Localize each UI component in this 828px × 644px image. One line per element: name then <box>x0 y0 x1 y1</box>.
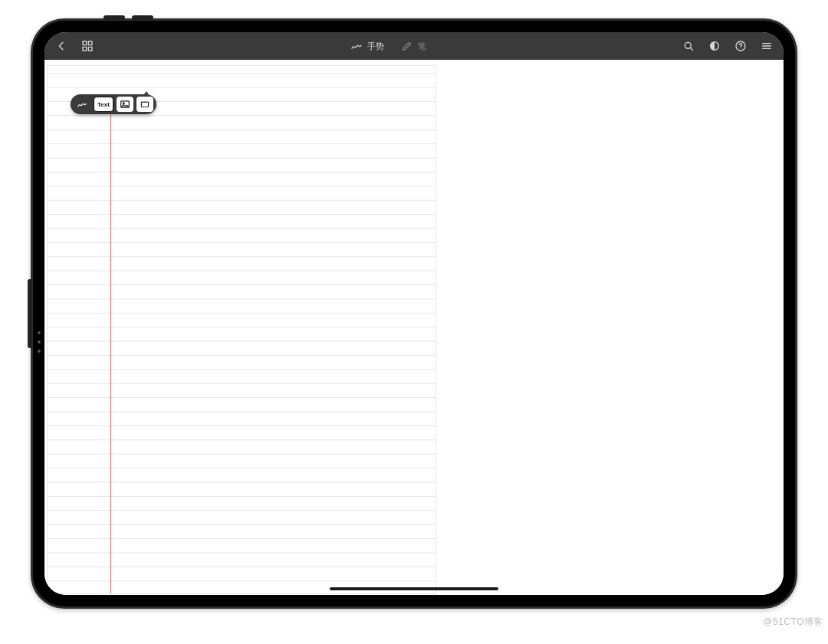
device-frame: 手势 笔 <box>31 18 797 609</box>
mode-pen-label: 笔 <box>418 41 426 52</box>
home-indicator[interactable] <box>330 587 498 590</box>
svg-rect-3 <box>88 47 92 51</box>
mode-gesture[interactable]: 手势 <box>350 40 384 52</box>
hardware-power-button <box>28 279 32 348</box>
hardware-volume-up <box>104 15 125 20</box>
back-icon[interactable] <box>55 40 67 52</box>
tool-text-label: Text <box>97 101 110 108</box>
dark-mode-toggle-icon[interactable] <box>708 40 721 52</box>
menu-icon[interactable] <box>761 40 773 52</box>
app-toolbar: 手势 笔 <box>44 32 784 60</box>
screen: 手势 笔 <box>44 32 784 595</box>
svg-point-8 <box>741 48 741 49</box>
hardware-speaker-dots <box>37 325 41 371</box>
svg-rect-0 <box>83 41 87 45</box>
grid-thumbnails-icon[interactable] <box>81 40 94 52</box>
watermark-text: @51CTO博客 <box>763 616 823 629</box>
hardware-volume-down <box>132 15 153 20</box>
svg-rect-1 <box>88 41 92 45</box>
scribble-icon <box>350 40 363 52</box>
note-page[interactable] <box>48 66 435 593</box>
svg-rect-2 <box>83 47 87 51</box>
tool-image-button[interactable] <box>117 97 133 112</box>
mode-pen[interactable]: 笔 <box>401 40 426 52</box>
svg-point-13 <box>123 103 124 104</box>
workspace[interactable]: Text <box>44 60 784 595</box>
tool-pill-caret <box>144 91 149 94</box>
tool-text-button[interactable]: Text <box>94 97 113 112</box>
pen-icon <box>401 40 413 52</box>
svg-line-5 <box>690 48 692 50</box>
mode-gesture-label: 手势 <box>367 41 384 52</box>
tool-pill[interactable]: Text <box>71 94 156 114</box>
svg-rect-14 <box>141 102 148 107</box>
tool-draw-button[interactable] <box>74 97 90 112</box>
search-icon[interactable] <box>682 40 695 52</box>
tool-lasso-button[interactable] <box>136 97 153 112</box>
help-icon[interactable] <box>734 40 747 52</box>
